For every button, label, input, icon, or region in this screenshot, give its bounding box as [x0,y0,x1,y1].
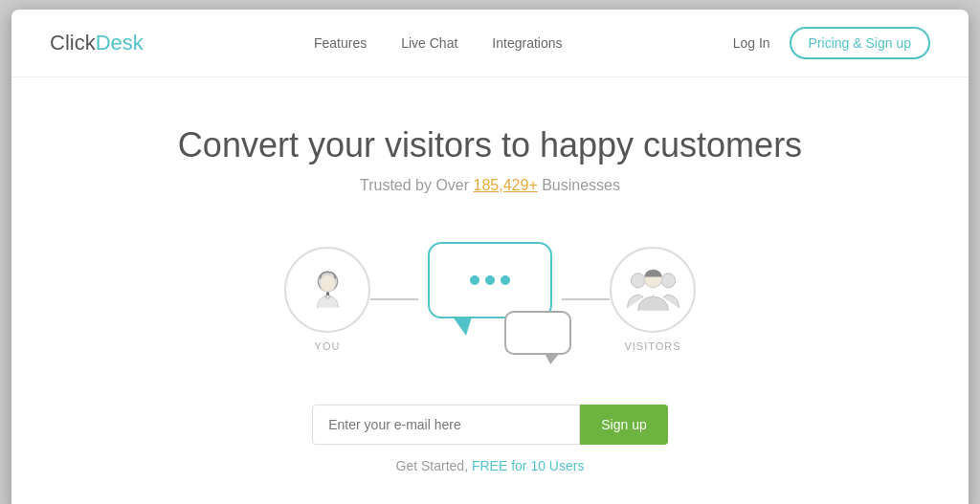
hero-section: Convert your visitors to happy customers… [11,77,969,504]
hero-subtext: Trusted by Over 185,429+ Businesses [50,177,930,194]
logo-desk: Desk [96,31,144,55]
visitors-label: VISITORS [624,340,680,352]
pricing-signup-button[interactable]: Pricing & Sign up [790,27,930,59]
chat-bubble-group [428,242,552,318]
login-link[interactable]: Log In [733,35,770,51]
visitors-avatar [610,247,696,333]
logo[interactable]: ClickDesk [50,31,144,55]
nav-integrations[interactable]: Integrations [492,35,562,51]
svg-point-1 [320,274,336,292]
svg-point-3 [660,273,675,287]
email-input[interactable] [312,405,580,445]
visitors-avatar-group: VISITORS [610,247,696,352]
browser-frame: ClickDesk Features Live Chat Integration… [11,10,969,504]
hero-headline: Convert your visitors to happy customers [50,125,930,165]
subtext-before: Trusted by Over [360,177,474,193]
dot-1 [470,275,479,285]
you-avatar [284,247,370,333]
dot-2 [485,275,495,285]
signup-form: Sign up [50,405,930,445]
free-text: Get Started, FREE for 10 Users [50,458,930,473]
typing-dots [470,275,510,285]
group-icon [622,259,684,321]
chat-bubble-small [504,311,571,355]
chat-bubble-inner [430,244,550,317]
nav-live-chat[interactable]: Live Chat [401,35,457,51]
dash-line-left [370,298,418,300]
svg-point-2 [631,273,645,287]
you-avatar-group: YOU [284,247,370,352]
you-label: YOU [315,340,341,352]
logo-click: Click [50,31,96,55]
dash-line-right [562,298,610,300]
nav-links: Features Live Chat Integrations [314,35,563,51]
nav-features[interactable]: Features [314,35,367,51]
signup-button[interactable]: Sign up [580,405,667,445]
navbar-right: Log In Pricing & Sign up [733,27,930,59]
person-icon [301,264,354,317]
subtext-number: 185,429+ [474,177,538,193]
subtext-after: Businesses [538,177,620,193]
dot-3 [501,275,510,285]
chat-bubble-main [428,242,552,318]
free-text-static: Get Started, [396,458,472,473]
free-link[interactable]: FREE for 10 Users [472,458,584,473]
illustration: YOU [50,242,930,357]
navbar: ClickDesk Features Live Chat Integration… [11,10,969,77]
